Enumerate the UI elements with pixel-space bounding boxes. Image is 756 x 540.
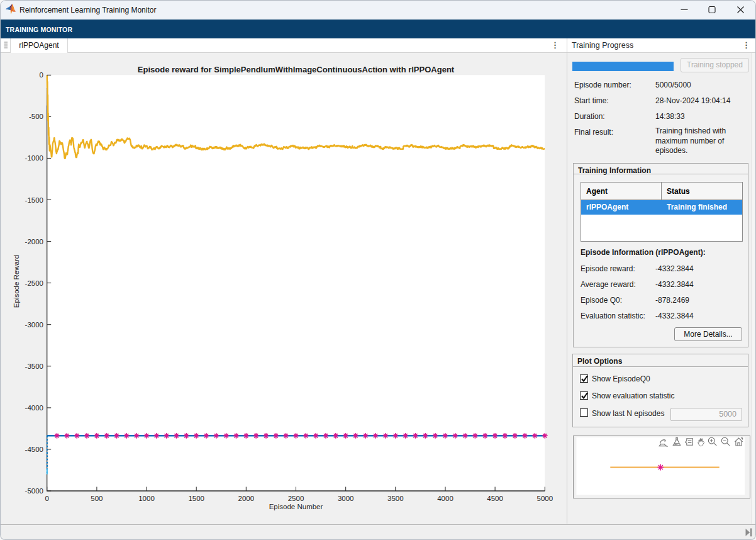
svg-text:2000: 2000 bbox=[238, 495, 255, 502]
svg-text:-500: -500 bbox=[29, 113, 43, 120]
svg-text:2500: 2500 bbox=[288, 495, 304, 502]
svg-text:-1000: -1000 bbox=[25, 154, 43, 162]
svg-text:5000: 5000 bbox=[537, 495, 553, 502]
svg-text:3500: 3500 bbox=[387, 495, 404, 502]
svg-text:Episode reward for SimplePendl: Episode reward for SimplePendlumWithImag… bbox=[138, 65, 455, 74]
svg-text:1000: 1000 bbox=[138, 495, 155, 502]
svg-text:-4500: -4500 bbox=[25, 446, 43, 453]
svg-text:-2500: -2500 bbox=[25, 279, 43, 287]
svg-text:-4000: -4000 bbox=[25, 404, 43, 412]
svg-text:-5000: -5000 bbox=[25, 487, 43, 495]
svg-text:-3500: -3500 bbox=[25, 363, 43, 370]
svg-text:-3000: -3000 bbox=[25, 321, 43, 329]
svg-text:Episode Reward: Episode Reward bbox=[13, 255, 20, 308]
svg-text:4500: 4500 bbox=[487, 495, 503, 502]
svg-text:Episode Number: Episode Number bbox=[269, 503, 323, 510]
svg-text:4000: 4000 bbox=[437, 495, 453, 502]
svg-text:-1500: -1500 bbox=[25, 196, 43, 204]
svg-text:0: 0 bbox=[45, 495, 48, 502]
svg-text:1500: 1500 bbox=[188, 495, 204, 502]
svg-text:500: 500 bbox=[91, 495, 103, 502]
svg-text:0: 0 bbox=[40, 71, 43, 79]
svg-text:-2000: -2000 bbox=[25, 238, 43, 245]
svg-text:3000: 3000 bbox=[338, 495, 354, 502]
